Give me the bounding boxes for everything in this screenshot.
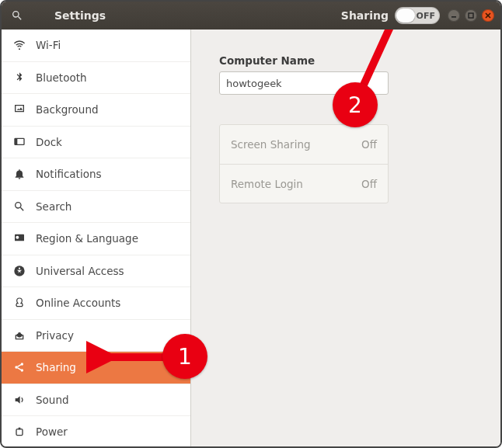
sound-icon [12, 393, 26, 407]
bluetooth-icon [13, 71, 26, 84]
titlebar: Settings Sharing OFF [2, 2, 500, 30]
background-icon [13, 103, 26, 116]
main-panel: Computer Name Screen Sharing Off Remote … [191, 30, 500, 446]
privacy-icon [12, 328, 26, 342]
toggle-knob [396, 9, 415, 23]
sidebar-item-label: Sharing [36, 361, 76, 373]
sidebar-item-sound[interactable]: Sound [2, 384, 190, 417]
online-accounts-icon [13, 297, 26, 309]
sidebar-item-bluetooth[interactable]: Bluetooth [2, 62, 190, 95]
wifi-icon [12, 38, 26, 52]
search-icon [13, 200, 26, 213]
sidebar-item-label: Background [36, 103, 99, 116]
window-close-button[interactable] [482, 9, 494, 22]
sidebar-item-dock[interactable]: Dock [2, 127, 190, 159]
dock-icon [12, 135, 26, 149]
sidebar-item-label: Online Accounts [36, 297, 120, 309]
search-icon [11, 9, 23, 22]
notifications-icon [12, 167, 26, 181]
sidebar-item-label: Universal Access [36, 265, 124, 277]
option-label: Screen Sharing [231, 138, 311, 151]
sidebar-item-online-accounts[interactable]: Online Accounts [2, 287, 190, 320]
sidebar-item-label: Notifications [36, 168, 102, 180]
sidebar-item-label: Privacy [36, 329, 74, 342]
power-icon [13, 425, 26, 438]
sidebar-item-label: Dock [36, 136, 62, 148]
sidebar-item-privacy[interactable]: Privacy [2, 320, 190, 352]
sidebar-item-label: Sound [36, 394, 69, 406]
sidebar-item-wi-fi[interactable]: Wi-Fi [2, 30, 190, 62]
sidebar-item-label: Bluetooth [36, 71, 87, 84]
sidebar-item-notifications[interactable]: Notifications [2, 158, 190, 191]
sidebar-item-sharing[interactable]: Sharing [2, 352, 190, 384]
region-language-icon [12, 231, 26, 245]
sidebar-item-label: Power [36, 425, 68, 438]
sound-icon [13, 394, 26, 406]
sidebar-item-region-language[interactable]: Region & Language [2, 223, 190, 255]
wifi-icon [13, 39, 26, 51]
close-icon [485, 12, 491, 19]
svg-point-5 [16, 236, 19, 239]
notifications-icon [13, 168, 26, 180]
region-language-icon [13, 232, 26, 245]
search-icon [12, 200, 26, 214]
minimize-icon [451, 12, 457, 19]
header-section-label: Sharing [341, 9, 389, 22]
toggle-state-label: OFF [417, 11, 435, 21]
app-title: Settings [26, 9, 341, 22]
sidebar-item-label: Search [36, 200, 71, 213]
svg-rect-0 [451, 16, 456, 18]
option-remote-login[interactable]: Remote Login Off [220, 164, 388, 203]
sharing-icon [13, 361, 26, 373]
svg-rect-11 [16, 429, 23, 436]
sidebar-item-search[interactable]: Search [2, 191, 190, 224]
privacy-icon [13, 329, 26, 342]
sidebar-item-label: Region & Language [36, 232, 138, 245]
power-icon [12, 425, 26, 439]
bluetooth-icon [12, 71, 26, 85]
settings-window: Settings Sharing OFF Wi-FiBluetoothBackg… [0, 0, 502, 448]
sidebar: Wi-FiBluetoothBackgroundDockNotification… [2, 30, 191, 446]
option-screen-sharing[interactable]: Screen Sharing Off [220, 125, 388, 164]
maximize-icon [468, 12, 474, 19]
computer-name-label: Computer Name [219, 54, 472, 67]
sharing-master-toggle[interactable]: OFF [395, 7, 440, 24]
svg-rect-12 [19, 428, 21, 430]
online-accounts-icon [12, 296, 26, 310]
svg-rect-3 [15, 138, 17, 144]
svg-point-7 [19, 267, 20, 269]
window-maximize-button[interactable] [465, 9, 477, 22]
sidebar-item-universal-access[interactable]: Universal Access [2, 255, 190, 288]
sidebar-item-background[interactable]: Background [2, 94, 190, 127]
dock-icon [13, 136, 26, 148]
option-state: Off [361, 178, 377, 190]
window-controls [448, 9, 494, 22]
option-state: Off [361, 138, 377, 151]
universal-access-icon [12, 264, 26, 278]
computer-name-input[interactable] [219, 71, 389, 95]
window-minimize-button[interactable] [448, 9, 460, 22]
sharing-options-list: Screen Sharing Off Remote Login Off [219, 124, 389, 203]
option-label: Remote Login [231, 178, 303, 190]
sharing-icon [12, 360, 26, 374]
universal-access-icon [13, 265, 26, 277]
background-icon [12, 102, 26, 116]
search-button[interactable] [8, 6, 26, 25]
window-body: Wi-FiBluetoothBackgroundDockNotification… [2, 30, 500, 446]
sidebar-item-label: Wi-Fi [36, 39, 61, 51]
svg-rect-1 [469, 13, 473, 18]
sidebar-item-power[interactable]: Power [2, 416, 190, 446]
